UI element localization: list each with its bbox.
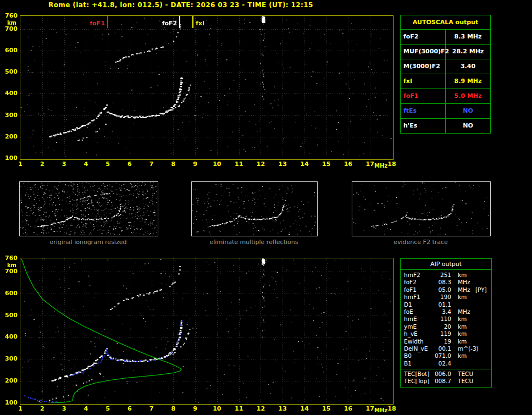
param-value: 006.0 [433, 370, 451, 378]
x-axis-unit-label: MHz [373, 163, 389, 169]
autoscala-table-title: AUTOSCALA output [401, 15, 490, 30]
aip-tec-rows: TEC[Bot]006.0TECUTEC[Top]008.7TECU [401, 370, 491, 385]
tec-divider [401, 369, 491, 369]
param-label: M(3000)F2 [401, 59, 446, 74]
y-tick-label: 100 [1, 400, 18, 406]
profile-ionogram-plot [20, 258, 394, 405]
aip-row: DelN_vE00.1m^(-3) [401, 345, 491, 352]
param-label: foF2 [401, 30, 446, 44]
x-tick-label: 3 [58, 161, 71, 167]
x-tick-label: 14 [298, 406, 311, 412]
param-label: foF1 [401, 286, 433, 294]
autoscala-output-table: AUTOSCALA output foF28.3 MHzMUF(3000)F22… [400, 15, 491, 134]
x-tick-label: 16 [341, 161, 354, 167]
param-unit: km [451, 294, 474, 301]
y-axis-unit-label: km [1, 262, 16, 268]
thumbnail-evidence-canvas [352, 182, 489, 235]
param-unit: km [451, 352, 474, 359]
autoscala-row: MUF(3000)F228.2 MHz [401, 45, 490, 59]
thumbnail-caption-eliminate: eliminate multiple reflections [191, 239, 317, 246]
x-tick-label: 7 [145, 161, 158, 167]
thumbnail-caption-evidence: evidence F2 trace [352, 239, 490, 246]
param-note: [PY] [474, 286, 491, 294]
param-value: 071.0 [433, 352, 451, 359]
param-value: 05.0 [433, 286, 451, 294]
param-note [474, 360, 491, 367]
x-tick-label: 3 [58, 406, 71, 412]
param-label: Ewidth [401, 338, 433, 345]
y-tick-label: 400 [1, 90, 18, 96]
x-tick-label: 8 [167, 406, 180, 412]
y-tick-label: 300 [1, 356, 18, 362]
y-tick-label: 400 [1, 334, 18, 340]
x-tick-label: 4 [79, 406, 92, 412]
param-note [474, 308, 491, 316]
param-label: ftEs [401, 104, 446, 118]
x-tick-label: 5 [101, 406, 114, 412]
param-label: hmE [401, 316, 433, 323]
param-value: 01.1 [433, 301, 451, 308]
profile-ionogram-canvas [20, 258, 392, 403]
param-note [474, 279, 491, 286]
x-tick-label: 5 [101, 161, 114, 167]
param-note [474, 352, 491, 359]
param-label: foF2 [401, 279, 433, 286]
aip-row: h_vE119km [401, 330, 491, 337]
thumbnail-evidence-f2 [352, 181, 491, 236]
param-label: B1 [401, 360, 433, 367]
param-unit: km [451, 330, 474, 337]
x-tick-label: 10 [210, 406, 224, 412]
y-tick-label: 760 [1, 255, 18, 261]
param-label: h'Es [401, 119, 446, 133]
thumbnail-eliminate-canvas [192, 182, 316, 235]
aip-row: B102.4 [401, 360, 491, 367]
main-ionogram-canvas [20, 16, 392, 158]
tec-row: TEC[Bot]006.0TECU [401, 370, 491, 378]
autoscala-row: foF28.3 MHz [401, 30, 490, 45]
aip-row: hmF1190km [401, 294, 491, 301]
param-note [474, 330, 491, 337]
autoscala-row: M(3000)F23.40 [401, 59, 490, 74]
param-value: 20 [433, 323, 451, 330]
param-label: MUF(3000)F2 [401, 45, 446, 59]
param-unit: MHz [451, 286, 474, 294]
x-tick-label: 2 [36, 406, 49, 412]
aip-row: foE3.4MHz [401, 308, 491, 316]
x-tick-label: 7 [145, 406, 158, 412]
param-unit: km [451, 272, 474, 279]
param-value: 190 [433, 294, 451, 301]
param-note [474, 370, 491, 378]
x-tick-label: 16 [341, 406, 354, 412]
y-tick-label: 300 [1, 112, 18, 118]
param-label: fxI [401, 74, 446, 88]
param-note [474, 316, 491, 323]
x-tick-label: 11 [232, 406, 246, 412]
x-tick-label: 15 [320, 161, 333, 167]
y-tick-label: 600 [1, 290, 18, 296]
param-value: 110 [433, 316, 451, 323]
param-note [474, 294, 491, 301]
param-unit: MHz [451, 279, 474, 286]
param-value: 119 [433, 330, 451, 337]
param-unit: MHz [451, 308, 474, 316]
param-note [474, 272, 491, 279]
aip-output-table: AIP output hmF2251kmfoF208.3MHzfoF105.0M… [400, 258, 492, 388]
y-tick-label: 760 [1, 13, 18, 19]
y-tick-label: 100 [1, 155, 18, 161]
param-label: foF1 [401, 89, 446, 103]
param-value: 5.0 MHz [446, 89, 490, 103]
param-label: D1 [401, 301, 433, 308]
x-tick-label: 1 [14, 161, 27, 167]
y-tick-label: 200 [1, 134, 18, 140]
y-tick-label: 700 [1, 268, 18, 274]
aip-row: B0071.0km [401, 352, 491, 359]
x-tick-label: 6 [123, 406, 136, 412]
param-note [474, 345, 491, 352]
autoscala-row: fxI8.9 MHz [401, 74, 490, 89]
param-value: 08.3 [433, 279, 451, 286]
x-tick-label: 2 [36, 161, 49, 167]
param-unit: m^(-3) [451, 345, 474, 352]
autoscala-window: Rome (lat: +41.8, lon: 012.5) - DATE: 20… [0, 0, 532, 415]
y-tick-label: 500 [1, 312, 18, 318]
aip-row: D101.1 [401, 301, 491, 308]
